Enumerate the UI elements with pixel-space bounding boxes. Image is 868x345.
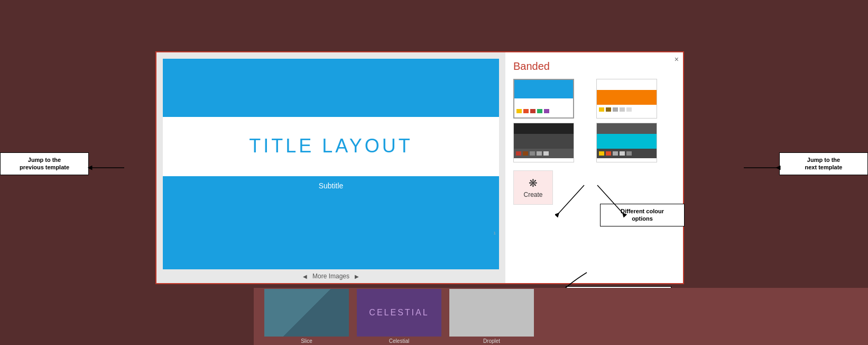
slide-bottom-band: 1 [163, 195, 499, 238]
next-tooltip: Jump to the next template [779, 152, 868, 175]
slide-white-band: TITLE LAYOUT [163, 117, 499, 175]
create-button[interactable]: ❋ Create [513, 170, 553, 205]
slide-top-band [163, 59, 499, 117]
create-icon: ❋ [529, 177, 538, 189]
bottom-templates-bar: Slice CELESTIAL Celestial Droplet [254, 288, 868, 345]
celestial-thumb[interactable]: CELESTIAL Celestial [357, 289, 441, 344]
droplet-thumb[interactable]: Droplet [449, 289, 534, 344]
preview-area: TITLE LAYOUT Subtitle 1 ◀ More Images ▶ [156, 52, 505, 283]
color-swatch-1[interactable] [513, 79, 574, 119]
slide-subtitle-band: Subtitle [163, 175, 499, 195]
next-image-button[interactable]: ▶ [355, 274, 359, 279]
celestial-label: Celestial [389, 338, 409, 344]
slice-thumb[interactable]: Slice [264, 289, 349, 344]
color-swatch-2[interactable] [596, 79, 657, 119]
slice-label: Slice [301, 338, 312, 344]
create-label: Create [523, 191, 542, 198]
color-options [513, 79, 675, 162]
prev-tooltip: Jump to the previous template [0, 152, 89, 175]
celestial-text: CELESTIAL [369, 308, 429, 317]
colors-tooltip: Different colour options [600, 204, 685, 226]
more-images-label: More Images [312, 273, 349, 280]
slice-thumb-image [264, 289, 349, 337]
droplet-label: Droplet [483, 338, 500, 344]
droplet-thumb-image [449, 289, 534, 337]
slide-title: TITLE LAYOUT [249, 135, 412, 157]
close-button[interactable]: × [675, 55, 679, 63]
celestial-thumb-image: CELESTIAL [357, 289, 441, 337]
color-swatch-3[interactable] [513, 123, 574, 162]
right-panel: Banded [505, 52, 683, 283]
color-swatch-4[interactable] [596, 123, 657, 162]
template-modal: × TITLE LAYOUT Subtitle 1 ◀ [155, 51, 684, 284]
slide-subtitle: Subtitle [319, 181, 344, 190]
preview-nav: ◀ More Images ▶ [163, 269, 499, 283]
template-name: Banded [513, 60, 675, 72]
slide-page-num: 1 [494, 231, 496, 235]
create-button-area: ❋ Create [513, 170, 675, 205]
modal-body: TITLE LAYOUT Subtitle 1 ◀ More Images ▶ … [156, 52, 683, 283]
prev-image-button[interactable]: ◀ [303, 274, 307, 279]
slide-preview: TITLE LAYOUT Subtitle 1 [163, 59, 499, 269]
